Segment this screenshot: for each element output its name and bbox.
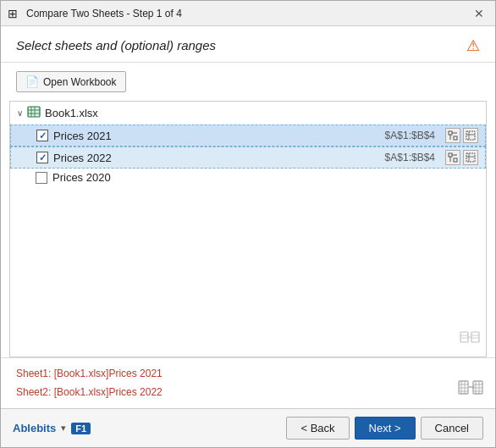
status-area: Sheet1: [Book1.xlsx]Prices 2021 Sheet2: … <box>1 357 495 408</box>
expand-range-button-0[interactable] <box>445 128 460 143</box>
cancel-button[interactable]: Cancel <box>421 417 483 440</box>
header-section: Select sheets and (optional) ranges ⚠ <box>1 26 495 63</box>
title-bar-left: ⊞ Compare Two Sheets - Step 1 of 4 <box>8 7 182 20</box>
sheet-row[interactable]: Prices 2020 <box>10 169 486 186</box>
ablebits-label: Ablebits <box>13 422 56 434</box>
sheet-name-0: Prices 2021 <box>53 130 380 142</box>
sheet-list-wrapper: ∨ Book1.xlsx Prices 2021 $A <box>1 101 495 357</box>
sheet-name-2: Prices 2020 <box>52 171 479 184</box>
toolbar: 📄 Open Workbook <box>1 63 495 101</box>
svg-rect-10 <box>466 131 475 140</box>
title-bar: ⊞ Compare Two Sheets - Step 1 of 4 ✕ <box>1 1 495 26</box>
svg-rect-20 <box>460 332 468 342</box>
svg-rect-13 <box>449 153 452 157</box>
sheet-checkbox-1[interactable] <box>36 152 48 163</box>
compare-sheets-icon <box>460 330 480 351</box>
app-icon: ⊞ <box>8 7 21 20</box>
sheet-checkbox-2[interactable] <box>36 172 47 184</box>
svg-rect-27 <box>459 381 468 394</box>
workbook-name: Book1.xlsx <box>45 107 98 119</box>
back-button[interactable]: < Back <box>286 417 349 440</box>
sheet-name-1: Prices 2022 <box>53 152 380 164</box>
title-text: Compare Two Sheets - Step 1 of 4 <box>26 8 182 19</box>
sheet-actions-1 <box>445 150 478 165</box>
expand-icon[interactable]: ∨ <box>17 108 23 118</box>
sheet1-status: Sheet1: [Book1.xlsx]Prices 2021 <box>16 365 480 384</box>
main-content: Select sheets and (optional) ranges ⚠ 📄 … <box>1 26 495 408</box>
workbook-icon <box>27 105 41 121</box>
svg-rect-33 <box>473 381 482 394</box>
sheet-row[interactable]: Prices 2022 $A$1:$B$4 <box>10 147 486 169</box>
svg-rect-21 <box>471 332 479 342</box>
svg-rect-17 <box>466 153 475 162</box>
sheet-row[interactable]: Prices 2021 $A$1:$B$4 <box>10 124 486 147</box>
sheet-actions-0 <box>445 128 478 143</box>
sheet-list-area[interactable]: ∨ Book1.xlsx Prices 2021 $A <box>9 101 487 357</box>
sheet2-status: Sheet2: [Book1.xlsx]Prices 2022 <box>16 384 480 402</box>
sheet-checkbox-0[interactable] <box>36 130 48 141</box>
sheet-range-1: $A$1:$B$4 <box>385 152 435 163</box>
next-button[interactable]: Next > <box>355 417 416 440</box>
file-icon: 📄 <box>25 75 39 88</box>
footer-left: Ablebits ▾ F1 <box>13 422 91 434</box>
svg-rect-0 <box>28 107 40 117</box>
select-range-button-1[interactable] <box>463 150 478 165</box>
header-title: Select sheets and (optional) ranges <box>16 38 216 53</box>
close-button[interactable]: ✕ <box>470 4 488 23</box>
select-range-button-0[interactable] <box>463 128 478 143</box>
open-workbook-button[interactable]: 📄 Open Workbook <box>16 71 126 92</box>
compare-icon-status <box>458 380 483 407</box>
footer: Ablebits ▾ F1 < Back Next > Cancel <box>1 408 495 447</box>
f1-badge[interactable]: F1 <box>71 423 91 434</box>
logo-arrow[interactable]: ▾ <box>61 423 66 434</box>
svg-rect-7 <box>454 136 457 140</box>
svg-rect-14 <box>454 158 457 162</box>
svg-rect-6 <box>449 131 452 135</box>
footer-buttons: < Back Next > Cancel <box>286 417 483 440</box>
sheet-range-0: $A$1:$B$4 <box>385 130 435 141</box>
workbook-row: ∨ Book1.xlsx <box>10 102 486 124</box>
expand-range-button-1[interactable] <box>445 150 460 165</box>
warning-icon: ⚠ <box>466 36 480 55</box>
